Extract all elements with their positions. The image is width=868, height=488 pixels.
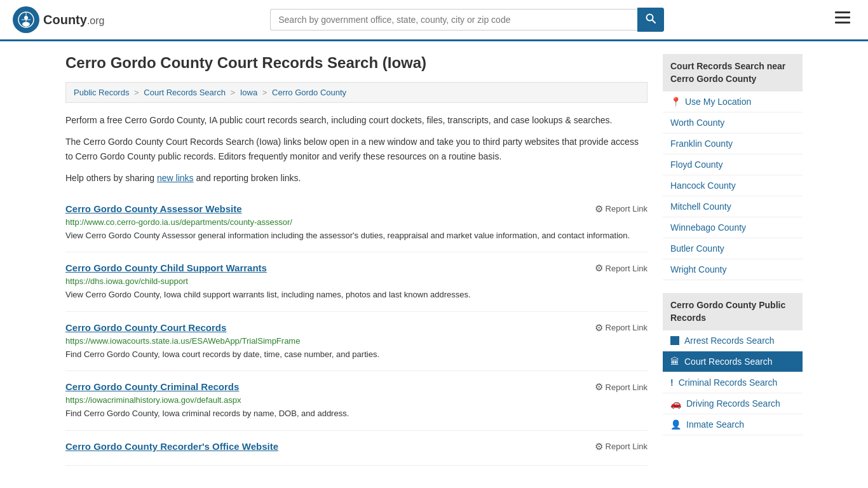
- logo-area: County.org: [13, 6, 104, 33]
- breadcrumb-sep-2: >: [231, 88, 238, 97]
- breadcrumb-sep-1: >: [134, 88, 141, 97]
- main-container: Cerro Gordo County Court Records Search …: [53, 41, 815, 478]
- breadcrumb-link-court-records[interactable]: Court Records Search: [144, 88, 226, 97]
- sidebar-use-location[interactable]: 📍 Use My Location: [663, 92, 803, 112]
- header: County.org: [0, 0, 868, 41]
- svg-line-6: [653, 20, 656, 24]
- svg-rect-8: [835, 17, 850, 18]
- description-3: Help others by sharing new links and rep…: [65, 171, 648, 185]
- description-2: The Cerro Gordo County Court Records Sea…: [65, 135, 648, 163]
- sidebar-item-arrest-records[interactable]: Arrest Records Search: [663, 330, 803, 351]
- sidebar-item-mitchell-county[interactable]: Mitchell County: [663, 196, 803, 217]
- report-label-1: Report Link: [606, 264, 648, 273]
- resource-item-1: Cerro Gordo County Child Support Warrant…: [65, 252, 648, 312]
- report-label-3: Report Link: [606, 383, 648, 392]
- criminal-records-icon: !: [670, 377, 674, 388]
- breadcrumb-link-public-records[interactable]: Public Records: [74, 88, 129, 97]
- resource-desc-3: Find Cerro Gordo County, Iowa criminal r…: [65, 407, 648, 420]
- resource-item-4: Cerro Gordo County Recorder's Office Web…: [65, 431, 648, 466]
- location-pin-icon: 📍: [670, 97, 681, 107]
- sidebar-item-winnebago-county[interactable]: Winnebago County: [663, 217, 803, 238]
- search-bar-area: [270, 8, 664, 32]
- criminal-records-label: Criminal Records Search: [679, 377, 778, 388]
- report-icon-4: ⚙: [595, 441, 603, 452]
- svg-rect-9: [835, 22, 850, 24]
- sidebar-item-butler-county[interactable]: Butler County: [663, 238, 803, 259]
- driving-records-label: Driving Records Search: [686, 398, 780, 409]
- report-label-0: Report Link: [606, 204, 648, 214]
- resource-title-1[interactable]: Cerro Gordo County Child Support Warrant…: [65, 262, 267, 273]
- resource-url-1[interactable]: https://dhs.iowa.gov/child-support: [65, 276, 648, 286]
- resource-header-2: Cerro Gordo County Court Records ⚙ Repor…: [65, 322, 648, 334]
- report-link-button-3[interactable]: ⚙ Report Link: [595, 381, 648, 393]
- court-records-icon: 🏛: [670, 356, 679, 367]
- sidebar-item-worth-county[interactable]: Worth County: [663, 112, 803, 133]
- search-button[interactable]: [637, 8, 664, 32]
- resource-item-0: Cerro Gordo County Assessor Website ⚙ Re…: [65, 193, 648, 253]
- report-link-button-0[interactable]: ⚙ Report Link: [595, 203, 648, 215]
- inmate-search-icon: 👤: [670, 419, 681, 430]
- resource-header-3: Cerro Gordo County Criminal Records ⚙ Re…: [65, 381, 648, 393]
- breadcrumb-sep-3: >: [262, 88, 269, 97]
- resource-desc-2: Find Cerro Gordo County, Iowa court reco…: [65, 348, 648, 361]
- resource-title-2[interactable]: Cerro Gordo County Court Records: [65, 322, 226, 333]
- search-input[interactable]: [270, 9, 637, 30]
- resource-url-2[interactable]: https://www.iowacourts.state.ia.us/ESAWe…: [65, 336, 648, 346]
- inmate-search-label: Inmate Search: [686, 419, 744, 430]
- sidebar-item-franklin-county[interactable]: Franklin County: [663, 133, 803, 154]
- breadcrumb-link-iowa[interactable]: Iowa: [240, 88, 257, 97]
- sidebar-item-floyd-county[interactable]: Floyd County: [663, 154, 803, 175]
- sidebar-public-records-title: Cerro Gordo County Public Records: [663, 293, 803, 330]
- resource-item-2: Cerro Gordo County Court Records ⚙ Repor…: [65, 312, 648, 372]
- resource-title-0[interactable]: Cerro Gordo County Assessor Website: [65, 203, 242, 214]
- report-link-button-1[interactable]: ⚙ Report Link: [595, 262, 648, 274]
- breadcrumb: Public Records > Court Records Search > …: [65, 82, 648, 103]
- resource-title-3[interactable]: Cerro Gordo County Criminal Records: [65, 381, 239, 392]
- arrest-records-icon: [670, 336, 679, 345]
- report-label-4: Report Link: [606, 442, 648, 451]
- report-link-button-2[interactable]: ⚙ Report Link: [595, 322, 648, 334]
- report-icon-1: ⚙: [595, 262, 603, 274]
- hamburger-menu-button[interactable]: [830, 9, 855, 30]
- sidebar-nearby-section: Court Records Search near Cerro Gordo Co…: [663, 54, 803, 280]
- sidebar-nearby-title: Court Records Search near Cerro Gordo Co…: [663, 54, 803, 92]
- resource-url-3[interactable]: https://iowacriminalhistory.iowa.gov/def…: [65, 395, 648, 405]
- report-link-button-4[interactable]: ⚙ Report Link: [595, 441, 648, 452]
- court-records-label: Court Records Search: [684, 356, 773, 367]
- content-area: Cerro Gordo County Court Records Search …: [65, 54, 648, 466]
- svg-rect-7: [835, 11, 850, 13]
- description-1: Perform a free Cerro Gordo County, IA pu…: [65, 113, 648, 127]
- report-label-2: Report Link: [606, 323, 648, 332]
- breadcrumb-link-county[interactable]: Cerro Gordo County: [272, 88, 346, 97]
- use-location-link[interactable]: Use My Location: [685, 97, 751, 107]
- resource-header-1: Cerro Gordo County Child Support Warrant…: [65, 262, 648, 274]
- sidebar-item-inmate-search[interactable]: 👤 Inmate Search: [663, 414, 803, 435]
- resource-desc-1: View Cerro Gordo County, Iowa child supp…: [65, 288, 648, 301]
- sidebar-item-criminal-records[interactable]: ! Criminal Records Search: [663, 372, 803, 393]
- arrest-records-label: Arrest Records Search: [684, 336, 775, 346]
- sidebar-item-driving-records[interactable]: 🚗 Driving Records Search: [663, 393, 803, 414]
- sidebar-public-records-section: Cerro Gordo County Public Records Arrest…: [663, 293, 803, 435]
- logo-org: .org: [87, 15, 105, 26]
- resource-url-0[interactable]: http://www.co.cerro-gordo.ia.us/departme…: [65, 217, 648, 227]
- report-icon-2: ⚙: [595, 322, 603, 334]
- sidebar-item-wright-county[interactable]: Wright County: [663, 259, 803, 280]
- new-links-link[interactable]: new links: [157, 173, 194, 183]
- sidebar-item-hancock-county[interactable]: Hancock County: [663, 175, 803, 196]
- report-icon-3: ⚙: [595, 381, 603, 393]
- resource-desc-0: View Cerro Gordo County Assessor general…: [65, 229, 648, 242]
- sidebar: Court Records Search near Cerro Gordo Co…: [663, 54, 803, 466]
- report-icon-0: ⚙: [595, 203, 603, 215]
- driving-records-icon: 🚗: [670, 398, 681, 409]
- logo-text: County.org: [43, 13, 104, 27]
- resource-header-4: Cerro Gordo County Recorder's Office Web…: [65, 441, 648, 452]
- sidebar-item-court-records[interactable]: 🏛 Court Records Search: [663, 351, 803, 372]
- page-title: Cerro Gordo County Court Records Search …: [65, 54, 648, 72]
- resources-list: Cerro Gordo County Assessor Website ⚙ Re…: [65, 193, 648, 466]
- resource-item-3: Cerro Gordo County Criminal Records ⚙ Re…: [65, 371, 648, 431]
- resource-header-0: Cerro Gordo County Assessor Website ⚙ Re…: [65, 203, 648, 215]
- logo-icon: [13, 6, 39, 33]
- resource-title-4[interactable]: Cerro Gordo County Recorder's Office Web…: [65, 441, 278, 452]
